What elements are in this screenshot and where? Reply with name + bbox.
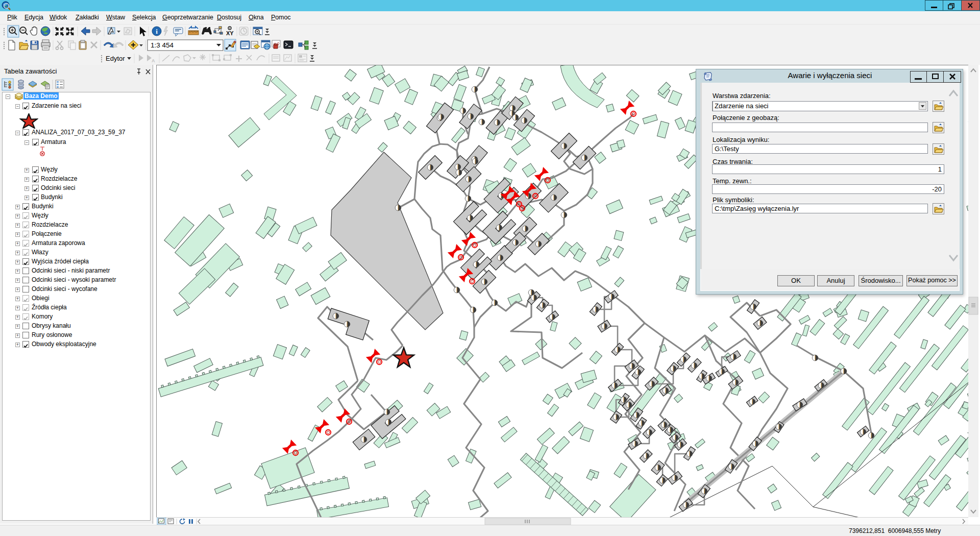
svg-text:A: A bbox=[152, 58, 155, 63]
svg-text:XY: XY bbox=[226, 30, 234, 36]
svg-text:1:3 454: 1:3 454 bbox=[151, 41, 174, 49]
svg-text:i: i bbox=[156, 28, 158, 35]
svg-text:Edytor: Edytor bbox=[106, 55, 125, 62]
